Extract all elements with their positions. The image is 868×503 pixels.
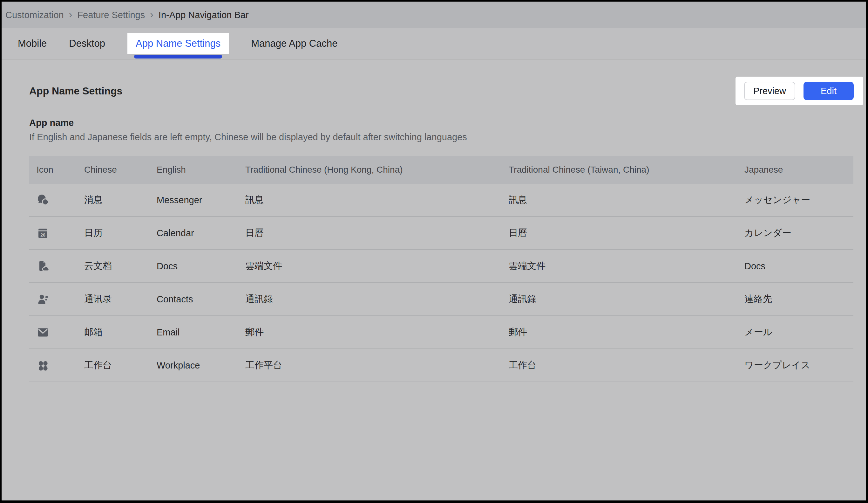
page-title: App Name Settings [29, 85, 122, 97]
preview-button[interactable]: Preview [744, 82, 795, 100]
cell-traditional-chinese-tw: 訊息 [509, 194, 744, 207]
admin-console-window: Customization › Feature Settings › In-Ap… [2, 2, 866, 501]
cell-traditional-chinese-hk: 郵件 [245, 326, 509, 339]
edit-button[interactable]: Edit [804, 82, 854, 100]
cell-traditional-chinese-tw: 工作台 [509, 359, 744, 372]
cell-english: Messenger [157, 195, 245, 205]
calendar-icon: 26 [29, 227, 84, 239]
app-name-section-description: If English and Japanese fields are left … [29, 130, 866, 144]
table-row: 云文档Docs雲端文件雲端文件Docs [29, 250, 854, 283]
table-row: 消息Messenger訊息訊息メッセンジャー [29, 184, 854, 217]
cell-traditional-chinese-tw: 雲端文件 [509, 260, 744, 272]
messenger-icon [29, 194, 84, 207]
docs-icon [29, 260, 84, 272]
table-row: 工作台Workplace工作平台工作台ワークプレイス [29, 349, 854, 382]
cell-english: Contacts [157, 294, 245, 305]
table-row: 26 日历Calendar日曆日曆カレンダー [29, 217, 854, 250]
tab-app-name-settings-label: App Name Settings [127, 33, 229, 54]
column-header-tc-tw: Traditional Chinese (Taiwan, China) [509, 165, 744, 175]
cell-chinese: 日历 [84, 227, 157, 239]
content-area: App Name Settings Preview Edit App name … [2, 77, 866, 382]
contacts-icon [29, 293, 84, 305]
app-name-section-title: App name [29, 116, 866, 130]
tab-manage-app-cache[interactable]: Manage App Cache [251, 38, 338, 49]
cell-japanese: メッセンジャー [744, 194, 854, 207]
cell-traditional-chinese-tw: 通訊錄 [509, 293, 744, 305]
breadcrumb: Customization › Feature Settings › In-Ap… [2, 2, 866, 28]
cell-english: Workplace [157, 360, 245, 371]
tab-mobile[interactable]: Mobile [18, 38, 47, 49]
column-header-tc-hk: Traditional Chinese (Hong Kong, China) [245, 165, 509, 175]
email-icon [29, 326, 84, 339]
cell-chinese: 工作台 [84, 359, 157, 372]
cell-japanese: カレンダー [744, 227, 854, 239]
app-name-table: Icon Chinese English Traditional Chinese… [29, 156, 854, 382]
cell-chinese: 通讯录 [84, 293, 157, 305]
cell-japanese: ワークプレイス [744, 359, 854, 372]
column-header-icon: Icon [29, 165, 84, 175]
cell-chinese: 邮箱 [84, 326, 157, 339]
table-row: 邮箱Email郵件郵件メール [29, 316, 854, 349]
cell-traditional-chinese-hk: 工作平台 [245, 359, 509, 372]
table-body: 消息Messenger訊息訊息メッセンジャー 26 日历Calendar日曆日曆… [29, 184, 854, 382]
cell-english: Calendar [157, 228, 245, 239]
cell-japanese: メール [744, 326, 854, 339]
table-header-row: Icon Chinese English Traditional Chinese… [29, 156, 854, 184]
cell-chinese: 消息 [84, 194, 157, 207]
cell-chinese: 云文档 [84, 260, 157, 272]
cell-traditional-chinese-hk: 訊息 [245, 194, 509, 207]
chevron-right-icon: › [69, 9, 72, 20]
active-tab-indicator [134, 55, 222, 59]
cell-english: Docs [157, 261, 245, 272]
actions-spotlight: Preview Edit [735, 77, 863, 105]
cell-traditional-chinese-tw: 郵件 [509, 326, 744, 339]
table-row: 通讯录Contacts通訊錄通訊錄連絡先 [29, 283, 854, 316]
breadcrumb-item-customization[interactable]: Customization [6, 10, 64, 20]
workplace-icon [29, 359, 84, 372]
chevron-right-icon: › [150, 9, 154, 20]
cell-traditional-chinese-hk: 通訊錄 [245, 293, 509, 305]
cell-traditional-chinese-tw: 日曆 [509, 227, 744, 239]
cell-traditional-chinese-hk: 雲端文件 [245, 260, 509, 272]
column-header-chinese: Chinese [84, 165, 157, 175]
column-header-english: English [157, 165, 245, 175]
cell-traditional-chinese-hk: 日曆 [245, 227, 509, 239]
breadcrumb-item-in-app-navigation-bar: In-App Navigation Bar [158, 10, 249, 20]
breadcrumb-item-feature-settings[interactable]: Feature Settings [77, 10, 145, 20]
calendar-day-number: 26 [40, 232, 45, 238]
column-header-japanese: Japanese [744, 165, 854, 175]
cell-japanese: Docs [744, 261, 854, 272]
tab-bar: Mobile Desktop App Name Settings Manage … [2, 28, 866, 59]
cell-japanese: 連絡先 [744, 293, 854, 305]
tab-desktop[interactable]: Desktop [69, 38, 105, 49]
cell-english: Email [157, 327, 245, 338]
tab-app-name-settings[interactable]: App Name Settings [127, 33, 229, 54]
